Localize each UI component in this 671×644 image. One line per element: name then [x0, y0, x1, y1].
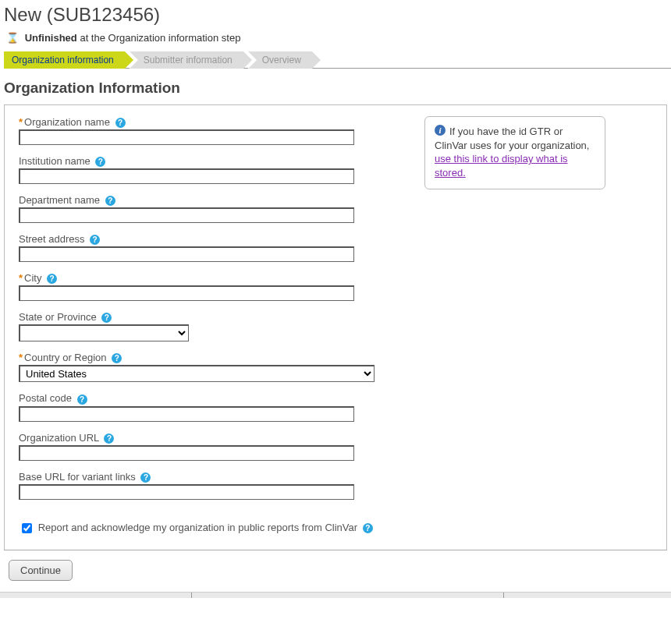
- continue-button[interactable]: Continue: [9, 560, 73, 581]
- section-title: Organization Information: [4, 80, 671, 97]
- country-select[interactable]: United States: [19, 365, 375, 382]
- step-overview[interactable]: Overview: [248, 51, 312, 69]
- org-url-input[interactable]: [19, 445, 354, 461]
- country-label: *Country or Region: [19, 352, 378, 363]
- button-row: Continue: [4, 550, 667, 592]
- status-bold: Unfinished: [25, 32, 77, 44]
- help-icon[interactable]: [47, 274, 57, 284]
- acknowledge-checkbox[interactable]: [22, 523, 32, 533]
- info-link[interactable]: use this link to display what is stored.: [435, 153, 568, 179]
- status-rest: at the Organization information step: [77, 32, 241, 44]
- department-label: Department name: [19, 194, 378, 206]
- step-submitter-information[interactable]: Submitter information: [130, 51, 243, 69]
- institution-input[interactable]: [19, 168, 354, 184]
- state-label: State or Province: [19, 311, 378, 323]
- step-organization-information[interactable]: Organization information: [4, 51, 125, 69]
- org-url-label: Organization URL: [19, 432, 378, 444]
- help-icon[interactable]: [77, 395, 87, 405]
- help-icon[interactable]: [90, 235, 100, 245]
- info-box: If you have the id GTR or ClinVar uses f…: [424, 116, 605, 189]
- org-name-input[interactable]: [19, 129, 354, 145]
- street-input[interactable]: [19, 246, 354, 262]
- footer-bar: [0, 592, 671, 598]
- help-icon[interactable]: [363, 523, 373, 533]
- hourglass-icon: ⌛: [6, 32, 19, 44]
- state-select[interactable]: [19, 324, 189, 341]
- org-name-label: *Organization name: [19, 116, 378, 128]
- institution-label: Institution name: [19, 155, 378, 167]
- base-url-input[interactable]: [19, 484, 354, 500]
- help-icon[interactable]: [101, 313, 112, 323]
- postal-label: Postal code: [19, 392, 378, 404]
- help-icon[interactable]: [112, 353, 122, 363]
- form-container: *Organization name Institution name Depa…: [4, 104, 667, 550]
- help-icon[interactable]: [115, 118, 126, 128]
- status-line: ⌛ Unfinished at the Organization informa…: [6, 32, 671, 44]
- help-icon[interactable]: [140, 472, 151, 483]
- help-icon[interactable]: [105, 196, 115, 206]
- acknowledge-label: Report and acknowledge my organization i…: [38, 522, 357, 533]
- base-url-label: Base URL for variant links: [19, 471, 378, 483]
- info-icon: [435, 125, 446, 136]
- help-icon[interactable]: [95, 157, 105, 167]
- postal-input[interactable]: [19, 406, 354, 422]
- acknowledge-row: Report and acknowledge my organization i…: [19, 521, 652, 536]
- street-label: Street address: [19, 233, 378, 245]
- city-input[interactable]: [19, 285, 354, 301]
- city-label: *City: [19, 272, 378, 284]
- help-icon[interactable]: [104, 433, 114, 444]
- wizard-steps: Organization information Submitter infor…: [4, 51, 671, 69]
- page-title: New (SUB123456): [4, 4, 671, 26]
- info-text: If you have the id GTR or ClinVar uses f…: [435, 126, 589, 151]
- department-input[interactable]: [19, 207, 354, 223]
